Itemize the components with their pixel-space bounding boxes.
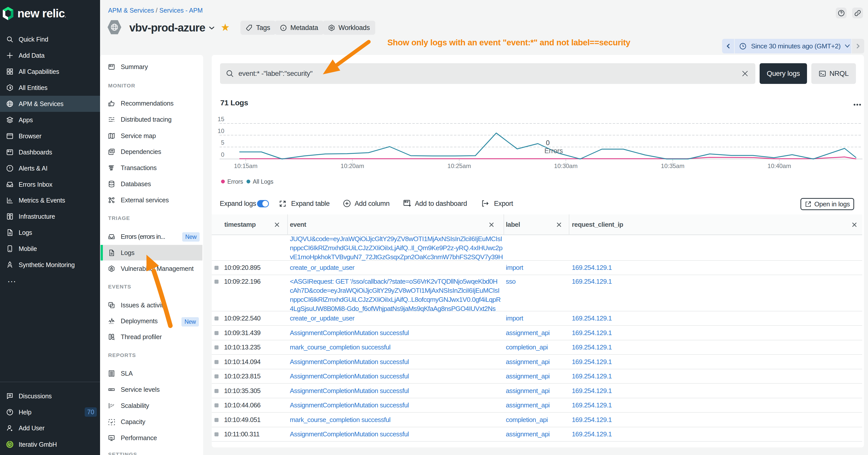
svg-text:0: 0	[546, 139, 550, 147]
svg-text:10:25am: 10:25am	[447, 162, 471, 169]
svg-text:10:15am: 10:15am	[234, 162, 257, 169]
svg-text:0: 0	[221, 151, 224, 158]
svg-text:10:40am: 10:40am	[768, 162, 791, 169]
svg-text:10:30am: 10:30am	[554, 162, 578, 169]
svg-text:10:20am: 10:20am	[341, 162, 364, 169]
svg-text:5: 5	[221, 139, 224, 146]
svg-text:10:35am: 10:35am	[661, 162, 684, 169]
svg-text:15: 15	[217, 116, 224, 123]
svg-text:10: 10	[217, 128, 224, 134]
svg-text:Errors: Errors	[545, 147, 563, 155]
